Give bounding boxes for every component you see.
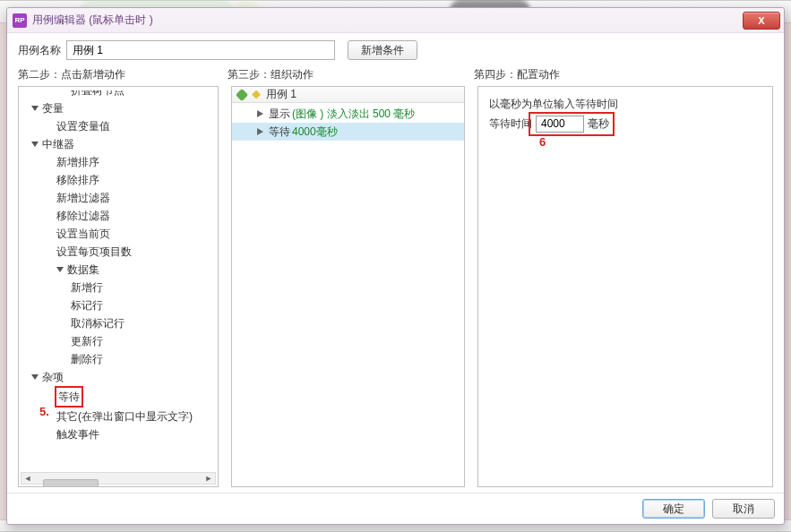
tree-item[interactable]: 新增排序 xyxy=(19,153,218,171)
actions-tree[interactable]: 折叠树节点 变量 设置变量值 中继器 新增排序 移除排序 新增过滤器 移除过滤器… xyxy=(19,90,218,470)
case-icon xyxy=(236,88,248,100)
tree-item[interactable]: 更新行 xyxy=(19,332,218,350)
configure-action-panel: 以毫秒为单位输入等待时间 等待时间 毫秒 6 xyxy=(477,86,773,487)
disclosure-icon xyxy=(31,106,39,111)
disclosure-icon xyxy=(56,267,64,272)
tree-item[interactable]: 其它(在弹出窗口中显示文字) xyxy=(19,408,218,425)
disclosure-icon xyxy=(31,374,39,380)
step4-label: 第四步：配置动作 xyxy=(474,67,773,82)
actions-tree-panel: 5. 折叠树节点 变量 设置变量值 中继器 新增排序 移除排序 新增过滤器 移除… xyxy=(18,86,219,487)
tree-item[interactable]: 新增过滤器 xyxy=(19,189,218,207)
tree-item[interactable]: 设置当前页 xyxy=(19,225,218,243)
tree-item[interactable]: 删除行 xyxy=(19,350,218,368)
scroll-right-arrow-icon[interactable]: ► xyxy=(202,473,215,484)
tree-item[interactable]: 折叠树节点 xyxy=(19,90,218,99)
titlebar[interactable]: RP 用例编辑器 (鼠标单击时 ) X xyxy=(7,8,784,33)
ok-button[interactable]: 确定 xyxy=(642,499,705,519)
tree-item-wait[interactable]: 等待 xyxy=(19,386,218,408)
case-name-label: 用例名称 xyxy=(18,43,61,58)
case-name-input[interactable] xyxy=(66,40,335,60)
step2-label: 第二步：点击新增动作 xyxy=(18,67,228,82)
case-editor-dialog: RP 用例编辑器 (鼠标单击时 ) X 用例名称 新增条件 第二步：点击新增动作… xyxy=(6,7,785,525)
tree-group-misc[interactable]: 杂项 xyxy=(19,368,218,386)
tree-item[interactable]: 取消标记行 xyxy=(19,314,218,332)
action-icon xyxy=(257,110,263,117)
organize-actions-panel: 用例 1 显示 (图像 ) 淡入淡出 500 毫秒 等待 4000毫秒 xyxy=(231,86,465,487)
tree-item[interactable]: 新增行 xyxy=(19,279,218,296)
organize-action-item[interactable]: 等待 4000毫秒 xyxy=(232,123,464,141)
app-icon: RP xyxy=(13,13,27,28)
tree-group-variables[interactable]: 变量 xyxy=(19,99,218,117)
step3-label: 第三步：组织动作 xyxy=(228,67,474,82)
scroll-left-arrow-icon[interactable]: ◄ xyxy=(21,473,34,484)
window-title: 用例编辑器 (鼠标单击时 ) xyxy=(32,13,153,28)
tree-item[interactable]: 移除过滤器 xyxy=(19,207,218,225)
tree-item[interactable]: 触发事件 xyxy=(19,425,218,443)
tree-item[interactable]: 设置每页项目数 xyxy=(19,243,218,261)
dialog-footer: 确定 取消 xyxy=(7,493,784,524)
organize-action-item[interactable]: 显示 (图像 ) 淡入淡出 500 毫秒 xyxy=(232,105,464,123)
tree-group-dataset[interactable]: 数据集 xyxy=(19,261,218,279)
add-condition-button[interactable]: 新增条件 xyxy=(348,40,417,60)
organize-action-list[interactable]: 显示 (图像 ) 淡入淡出 500 毫秒 等待 4000毫秒 xyxy=(232,103,464,141)
wait-time-unit: 毫秒 xyxy=(588,116,609,132)
action-icon xyxy=(257,128,263,135)
case-icon xyxy=(252,90,261,99)
disclosure-icon xyxy=(31,142,39,147)
tree-group-repeater[interactable]: 中继器 xyxy=(19,135,218,153)
configure-hint: 以毫秒为单位输入等待时间 xyxy=(489,94,761,114)
wait-time-label: 等待时间 xyxy=(489,116,532,132)
case-label: 用例 1 xyxy=(266,87,297,102)
annotation-6: 6 xyxy=(489,135,761,149)
horizontal-scrollbar[interactable]: ◄ ► xyxy=(21,472,216,485)
tree-item[interactable]: 标记行 xyxy=(19,296,218,314)
scroll-thumb[interactable] xyxy=(43,479,99,487)
close-button[interactable]: X xyxy=(743,12,780,30)
tree-item[interactable]: 移除排序 xyxy=(19,171,218,189)
cancel-button[interactable]: 取消 xyxy=(712,499,775,519)
organize-header: 用例 1 xyxy=(232,87,464,103)
wait-time-input[interactable] xyxy=(536,116,584,133)
tree-item[interactable]: 设置变量值 xyxy=(19,117,218,135)
